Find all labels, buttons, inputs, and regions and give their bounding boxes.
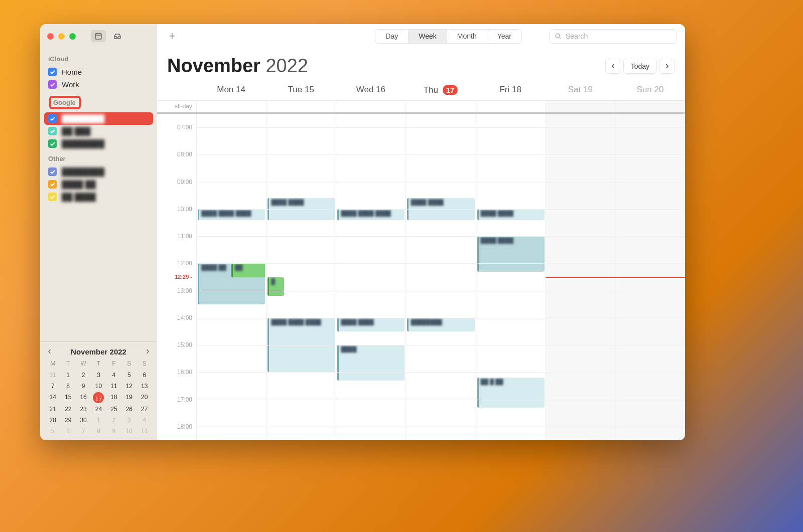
day-header[interactable]: Thu 17	[406, 81, 475, 100]
event[interactable]: ████ ████	[477, 236, 545, 272]
mini-day[interactable]: 13	[137, 381, 152, 391]
mini-prev-month[interactable]	[45, 347, 54, 356]
event[interactable]: ████ ████ ████	[337, 209, 405, 220]
calendar-checkbox[interactable]	[48, 193, 57, 201]
mini-day[interactable]: 6	[137, 370, 152, 380]
mini-day[interactable]: 22	[60, 404, 75, 414]
calendar-item[interactable]: ████████	[44, 137, 153, 150]
mini-day[interactable]: 18	[106, 392, 121, 403]
search-field[interactable]: Search	[549, 29, 677, 44]
mini-day[interactable]: 23	[76, 404, 91, 414]
mini-day[interactable]: 15	[60, 392, 75, 403]
event[interactable]: ████████	[407, 318, 474, 331]
calendar-list-toggle[interactable]	[91, 30, 106, 42]
event[interactable]: ████ ████	[477, 209, 545, 220]
mini-next-month[interactable]	[143, 347, 152, 356]
mini-day[interactable]: 2	[106, 415, 121, 425]
calendar-item[interactable]: ████ ██	[44, 178, 153, 191]
day-column[interactable]: ████ ████ ████████ ████	[196, 114, 266, 440]
close-window-button[interactable]	[47, 33, 54, 40]
mini-day[interactable]: 26	[121, 404, 137, 414]
mini-day[interactable]: 28	[45, 415, 60, 425]
mini-day[interactable]: 1	[60, 370, 75, 380]
minimize-window-button[interactable]	[58, 33, 65, 40]
search-icon	[555, 33, 562, 40]
event[interactable]: █	[267, 277, 284, 296]
day-header[interactable]: Fri 18	[476, 81, 546, 100]
event[interactable]: ████	[337, 345, 405, 381]
event[interactable]: ██	[231, 263, 265, 277]
calendar-checkbox[interactable]	[48, 68, 57, 76]
mini-day[interactable]: 21	[45, 404, 60, 414]
mini-day[interactable]: 7	[76, 426, 91, 436]
mini-day[interactable]: 16	[76, 392, 91, 403]
mini-day[interactable]: 11	[137, 426, 152, 436]
mini-day[interactable]: 1	[91, 415, 106, 425]
maximize-window-button[interactable]	[69, 33, 76, 40]
day-column[interactable]: ████ ████████████	[406, 114, 475, 440]
mini-day[interactable]: 6	[60, 426, 75, 436]
add-event-button[interactable]: +	[165, 29, 179, 43]
calendar-checkbox[interactable]	[48, 114, 57, 123]
calendar-checkbox[interactable]	[48, 80, 57, 89]
mini-day[interactable]: 3	[121, 415, 137, 425]
mini-day[interactable]: 19	[121, 392, 137, 403]
mini-day[interactable]: 5	[121, 370, 137, 380]
calendar-item[interactable]: Work	[44, 78, 153, 91]
mini-day[interactable]: 8	[60, 381, 75, 391]
mini-day[interactable]: 3	[91, 370, 106, 380]
week-grid[interactable]: ████ ████ ████████ ████████ █████████ ██…	[196, 114, 685, 440]
mini-day[interactable]: 7	[45, 381, 60, 391]
event[interactable]: ████ ████ ████	[198, 209, 265, 220]
view-day[interactable]: Day	[375, 30, 409, 43]
next-week-button[interactable]	[659, 59, 675, 74]
mini-day[interactable]: 5	[45, 426, 60, 436]
event[interactable]: ████ ████	[337, 318, 405, 331]
allday-label: all-day	[157, 101, 196, 112]
mini-day[interactable]: 4	[106, 370, 121, 380]
mini-day[interactable]: 10	[121, 426, 137, 436]
event[interactable]: ██ █ ██	[477, 378, 545, 408]
day-column[interactable]: ████ ████████ ██████ █ ██	[476, 114, 546, 440]
calendar-item[interactable]: ████████	[44, 165, 153, 178]
today-button[interactable]: Today	[623, 59, 657, 74]
prev-week-button[interactable]	[605, 59, 621, 74]
calendar-checkbox[interactable]	[48, 139, 57, 148]
mini-day[interactable]: 27	[137, 404, 152, 414]
calendar-checkbox[interactable]	[48, 167, 57, 176]
day-header[interactable]: Sat 19	[546, 81, 615, 100]
view-year[interactable]: Year	[487, 30, 521, 43]
calendar-item[interactable]: ██ ███	[44, 125, 153, 137]
mini-day[interactable]: 4	[137, 415, 152, 425]
mini-day[interactable]: 29	[60, 415, 75, 425]
calendar-item[interactable]: ████████	[44, 112, 153, 125]
day-column[interactable]: ████ █████████ ████ ████	[266, 114, 336, 440]
calendar-item[interactable]: ██ ████	[44, 191, 153, 203]
mini-day[interactable]: 20	[137, 392, 152, 403]
mini-day[interactable]: 11	[106, 381, 121, 391]
day-column[interactable]: ████ ████ ████████ ████████	[336, 114, 406, 440]
mini-day[interactable]: 24	[91, 404, 106, 414]
mini-day[interactable]: 10	[91, 381, 106, 391]
mini-day[interactable]: 17	[93, 392, 104, 403]
day-header[interactable]: Mon 14	[196, 81, 266, 100]
mini-day[interactable]: 31	[45, 370, 60, 380]
mini-day[interactable]: 12	[121, 381, 137, 391]
mini-day[interactable]: 9	[106, 426, 121, 436]
search-placeholder: Search	[566, 32, 588, 40]
mini-day[interactable]: 30	[76, 415, 91, 425]
mini-day[interactable]: 8	[91, 426, 106, 436]
calendar-item[interactable]: Home	[44, 66, 153, 78]
day-header[interactable]: Sun 20	[615, 81, 685, 100]
day-header[interactable]: Tue 15	[266, 81, 336, 100]
calendar-checkbox[interactable]	[48, 127, 57, 135]
mini-day[interactable]: 14	[45, 392, 60, 403]
day-header[interactable]: Wed 16	[336, 81, 406, 100]
inbox-button[interactable]	[110, 30, 125, 42]
mini-day[interactable]: 2	[76, 370, 91, 380]
mini-day[interactable]: 9	[76, 381, 91, 391]
view-week[interactable]: Week	[409, 30, 447, 43]
mini-day[interactable]: 25	[106, 404, 121, 414]
view-month[interactable]: Month	[447, 30, 487, 43]
calendar-checkbox[interactable]	[48, 180, 57, 189]
